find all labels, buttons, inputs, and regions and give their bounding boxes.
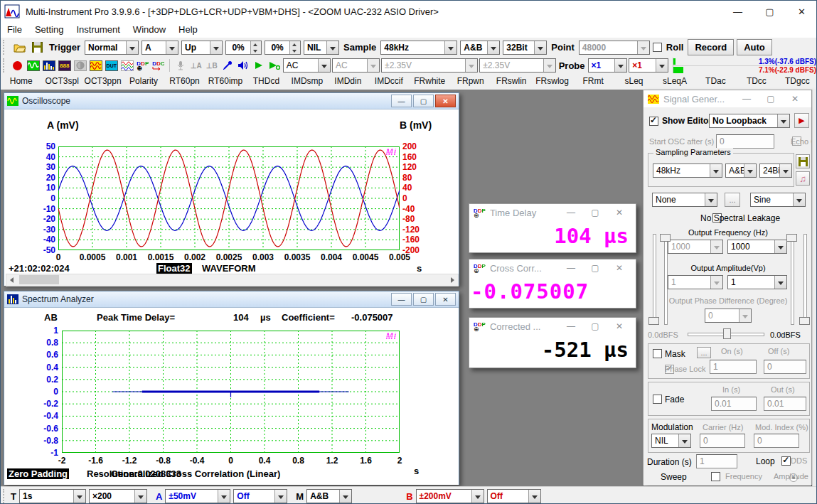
maximize-button[interactable]: ▢: [583, 321, 607, 331]
slider-thumb[interactable]: [786, 234, 797, 242]
panel-tab[interactable]: THDcd: [246, 74, 287, 90]
trigger-delay-spinner[interactable]: 0%: [265, 41, 301, 55]
panel-tab[interactable]: IMDccif: [368, 74, 409, 90]
close-button[interactable]: ✕: [607, 263, 631, 273]
close-button[interactable]: ✕: [607, 321, 631, 331]
trigger-source-select[interactable]: A: [141, 41, 178, 55]
panel-tab[interactable]: FRswlin: [491, 74, 531, 90]
panel-tab[interactable]: OCT3spl: [41, 74, 82, 90]
restore-button[interactable]: ▢: [413, 293, 434, 306]
panel-tab[interactable]: IMDsmp: [287, 74, 327, 90]
speaker-icon[interactable]: [236, 59, 250, 72]
ddp-viewer-icon[interactable]: DDP⊕: [136, 59, 150, 72]
panel-tab[interactable]: sLeq: [614, 74, 654, 90]
loopback-select[interactable]: No Loopback: [709, 114, 790, 128]
fade-checkbox[interactable]: [653, 395, 662, 404]
horizontal-scrollbar[interactable]: [6, 274, 459, 286]
probe-calibration-icon[interactable]: [220, 59, 235, 72]
measure-select[interactable]: A&B: [306, 489, 352, 503]
close-button[interactable]: ✕: [435, 95, 456, 107]
toolbar-grip[interactable]: [3, 489, 8, 504]
time-delay-titlebar[interactable]: DDP⊕ Time Delay — ▢ ✕: [469, 204, 636, 221]
timebase-select[interactable]: 1s: [19, 489, 86, 503]
panel-tab[interactable]: Home: [1, 74, 41, 90]
probe-a-select[interactable]: ×1: [588, 58, 628, 73]
menu-instrument[interactable]: Instrument: [70, 22, 126, 38]
gen-bits-select[interactable]: 24Bit: [759, 163, 792, 178]
panel-tab[interactable]: TDgcc: [777, 74, 817, 90]
panel-tab[interactable]: TDcc: [736, 74, 776, 90]
sampling-channels-select[interactable]: A&B: [460, 41, 500, 55]
coupling-a-select[interactable]: AC: [283, 58, 331, 73]
spin-up-icon[interactable]: [290, 41, 300, 48]
corrected-delay-titlebar[interactable]: DDP⊕ Corrected ... — ▢ ✕: [469, 318, 636, 335]
record-icon[interactable]: [11, 59, 25, 72]
oscilloscope-titlebar[interactable]: Oscilloscope — ▢ ✕: [4, 93, 459, 109]
close-button[interactable]: ✕: [435, 293, 456, 306]
spectrum-titlebar[interactable]: Spectrum Analyzer — ▢ ✕: [4, 291, 459, 308]
spin-down-icon[interactable]: [290, 48, 300, 54]
scroll-left-icon[interactable]: [6, 274, 18, 286]
maximize-button[interactable]: ▢: [583, 208, 607, 218]
sweep-checkbox[interactable]: [711, 472, 720, 481]
menu-window[interactable]: Window: [127, 22, 172, 38]
play-loop-icon[interactable]: [267, 59, 282, 72]
maximize-button[interactable]: ▢: [754, 1, 786, 22]
generator-play-button[interactable]: ▶: [794, 113, 809, 128]
range-b-select-bottom[interactable]: ±200mV: [416, 489, 484, 503]
trigger-mode-select[interactable]: Normal: [85, 41, 139, 55]
close-button[interactable]: ✕: [607, 208, 631, 218]
minimize-button[interactable]: —: [391, 293, 412, 306]
panel-tab[interactable]: Polarity: [123, 74, 164, 90]
ddc-icon[interactable]: DDC: [151, 59, 166, 72]
sampling-rate-select[interactable]: 48kHz: [380, 41, 457, 55]
multimeter-icon[interactable]: 888: [58, 59, 72, 72]
panel-tab[interactable]: RT60imp: [205, 74, 245, 90]
panel-tab[interactable]: FRmt: [572, 74, 613, 90]
open-file-icon[interactable]: [12, 41, 27, 55]
modulation-select[interactable]: NIL: [651, 434, 691, 448]
roll-checkbox[interactable]: [653, 43, 662, 52]
cross-correlation-titlebar[interactable]: DDP⊕ Cross Corr... — ▢ ✕: [469, 259, 636, 277]
trigger-edge-select[interactable]: Up: [181, 41, 223, 55]
zoom-select[interactable]: ×200: [89, 489, 147, 503]
amp-b-select[interactable]: 1: [727, 275, 787, 289]
vertical-scrollbar[interactable]: [812, 90, 817, 486]
scroll-right-icon[interactable]: [447, 274, 458, 286]
panel-tab[interactable]: sLeqA: [654, 74, 695, 90]
show-editor-checkbox[interactable]: [649, 117, 658, 126]
minimize-button[interactable]: —: [559, 321, 583, 331]
maximize-button[interactable]: ▢: [583, 263, 607, 273]
multi-wave-icon[interactable]: [120, 59, 134, 72]
panel-tab[interactable]: FRwhite: [410, 74, 450, 90]
save-icon[interactable]: [30, 41, 45, 55]
panel-tab[interactable]: IMDdin: [328, 74, 368, 90]
panel-tab[interactable]: FRswlog: [532, 74, 572, 90]
cross-correlation-plot[interactable]: Mi: [62, 331, 400, 453]
oscilloscope-plot[interactable]: Mi: [58, 146, 400, 250]
waveform-select[interactable]: Sine: [750, 193, 806, 207]
panel-tab[interactable]: RT60pn: [164, 74, 205, 90]
gen-sampling-rate-select[interactable]: 48kHz: [653, 163, 722, 178]
gen-channels-select[interactable]: A&B: [725, 163, 757, 178]
data-recorder-icon[interactable]: [89, 59, 103, 72]
maximize-button[interactable]: ▢: [759, 94, 783, 104]
bit-depth-select[interactable]: 32Bit: [503, 41, 547, 55]
auto-button[interactable]: Auto: [737, 39, 772, 55]
trigger-level-spinner[interactable]: 0%: [225, 41, 262, 55]
toolbar-grip[interactable]: [3, 58, 8, 72]
scroll-thumb[interactable]: [19, 275, 59, 284]
probe-b-select[interactable]: ×1: [629, 58, 668, 73]
minimize-button[interactable]: —: [559, 263, 583, 273]
menu-setting[interactable]: Setting: [28, 22, 70, 38]
panel-tab[interactable]: TDac: [695, 74, 736, 90]
minimize-button[interactable]: —: [735, 94, 759, 104]
freq-b-select[interactable]: 1000: [727, 240, 787, 254]
toolbar-grip[interactable]: [3, 40, 8, 55]
trigger-frequency-select[interactable]: NIL: [304, 41, 339, 55]
balance-slider[interactable]: [688, 328, 764, 339]
restore-button[interactable]: ▢: [413, 95, 434, 107]
minimize-button[interactable]: —: [391, 95, 412, 107]
minimize-button[interactable]: —: [559, 208, 583, 218]
menu-file[interactable]: File: [1, 22, 28, 38]
